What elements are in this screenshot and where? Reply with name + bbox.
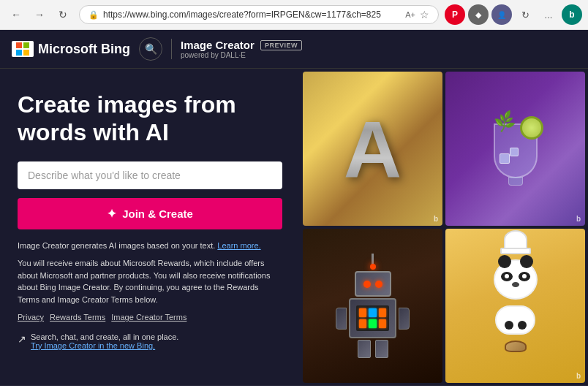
- promo-text-container: Search, chat, and create, all in one pla…: [31, 332, 178, 350]
- learn-more-link[interactable]: Learn more.: [217, 241, 260, 250]
- browser-actions: P ◆ 👤 ↻ ... b: [445, 4, 582, 25]
- promo-sparkle-icon: ↗: [18, 333, 26, 345]
- panda-eye-patch-right: [519, 272, 530, 281]
- left-panel: Create images from words with AI ✦ Join …: [0, 69, 300, 386]
- sq3: [16, 50, 22, 56]
- rewards-terms-link[interactable]: Rewards Terms: [50, 311, 105, 324]
- image-grid: A b 🌿: [300, 69, 588, 386]
- image-cell-1: A b: [303, 72, 442, 226]
- image-creator-branding: Image Creator PREVIEW powered by DALL·E: [181, 39, 302, 59]
- main-content: Create images from words with AI ✦ Join …: [0, 69, 588, 386]
- robot-eye-right: [375, 281, 382, 288]
- top-nav: Microsoft Bing 🔍 Image Creator PREVIEW p…: [0, 30, 588, 69]
- nav-divider: [171, 39, 172, 59]
- robot-leg-left: [358, 340, 371, 358]
- nav-buttons: ← → ↻: [6, 4, 73, 25]
- bing-name: Microsoft Bing: [38, 42, 130, 57]
- hero-title: Create images from words with AI: [18, 91, 282, 147]
- search-icon[interactable]: 🔍: [139, 37, 162, 61]
- privacy-link[interactable]: Privacy: [18, 311, 44, 324]
- panda-eye-patch-left: [501, 272, 513, 281]
- bing-logo: Microsoft Bing: [12, 41, 130, 57]
- panel-light-2: [369, 308, 376, 317]
- bing-logo-icon: [12, 41, 34, 57]
- image-cell-2: 🌿 b: [445, 72, 585, 226]
- robot-torso: [349, 298, 396, 338]
- search-input[interactable]: [28, 170, 272, 181]
- bing-extension-icon[interactable]: b: [562, 4, 582, 25]
- refresh-icon[interactable]: ↻: [515, 4, 535, 25]
- bing-watermark-1: b: [434, 215, 438, 223]
- panda-nose: [512, 282, 519, 287]
- forward-button[interactable]: →: [29, 4, 50, 25]
- disclaimer-sub: You will receive emails about Microsoft …: [18, 257, 282, 305]
- browser-toolbar: ← → ↻ 🔒 https://www.bing.com/images/crea…: [0, 0, 588, 29]
- panda: [494, 259, 538, 352]
- create-button[interactable]: ✦ Join & Create: [18, 198, 282, 229]
- disclaimer-main: Image Creator generates AI images based …: [18, 240, 282, 252]
- panda-eye-right: [522, 274, 527, 278]
- panel-light-3: [379, 308, 386, 317]
- robot-head: [355, 271, 391, 297]
- promo-link[interactable]: Try Image Creator in the new Bing.: [31, 341, 155, 350]
- read-aloud-icon: A+: [405, 10, 415, 19]
- copilot-icon[interactable]: ◆: [468, 4, 489, 25]
- address-bar[interactable]: 🔒 https://www.bing.com/images/create?for…: [79, 5, 439, 24]
- panel-light-6: [379, 319, 386, 328]
- panda-eye-left: [505, 274, 509, 278]
- panda-head: [494, 259, 538, 300]
- robot-eye-left: [363, 281, 371, 288]
- robot-legs: [358, 340, 388, 358]
- letter-a: A: [344, 102, 402, 195]
- sq2: [23, 42, 29, 48]
- app-container: Microsoft Bing 🔍 Image Creator PREVIEW p…: [0, 30, 588, 386]
- panel-light-1: [359, 308, 366, 317]
- panel-light-5: [369, 319, 376, 328]
- bing-watermark-2: b: [576, 215, 581, 223]
- browser-chrome: ← → ↻ 🔒 https://www.bing.com/images/crea…: [0, 0, 588, 30]
- sq4: [23, 50, 29, 56]
- bing-watermark-4: b: [576, 372, 581, 380]
- image-cell-4: b: [445, 229, 585, 383]
- sq1: [16, 42, 22, 48]
- bottom-promo: ↗ Search, chat, and create, all in one p…: [18, 332, 282, 350]
- lock-icon: 🔒: [88, 10, 99, 20]
- back-button[interactable]: ←: [6, 4, 26, 25]
- refresh-button[interactable]: ↻: [53, 4, 73, 25]
- image-creator-title: Image Creator PREVIEW: [181, 39, 302, 51]
- robot: [336, 254, 410, 358]
- creator-terms-link[interactable]: Image Creator Terms: [111, 311, 186, 324]
- profile-icon[interactable]: 👤: [491, 4, 512, 25]
- image-cell-3: [303, 229, 442, 383]
- robot-panel: [356, 305, 389, 331]
- pinterest-extension[interactable]: P: [445, 4, 465, 25]
- robot-leg-right: [375, 340, 388, 358]
- more-options-icon[interactable]: ...: [538, 4, 559, 25]
- sparkle-icon: ✦: [107, 207, 116, 221]
- search-input-container[interactable]: [18, 161, 282, 189]
- panda-ear-right: [520, 255, 533, 268]
- favorites-icon[interactable]: ☆: [420, 9, 429, 20]
- bing-squares: [16, 42, 29, 56]
- preview-badge: PREVIEW: [260, 40, 302, 50]
- panda-ear-left: [498, 255, 511, 268]
- panel-light-4: [359, 319, 366, 328]
- powered-by-label: powered by DALL·E: [181, 51, 302, 59]
- url-text: https://www.bing.com/images/create?form=…: [103, 9, 401, 20]
- panda-body: [495, 305, 535, 335]
- disclaimer-links: Privacy Rewards Terms Image Creator Term…: [18, 311, 282, 324]
